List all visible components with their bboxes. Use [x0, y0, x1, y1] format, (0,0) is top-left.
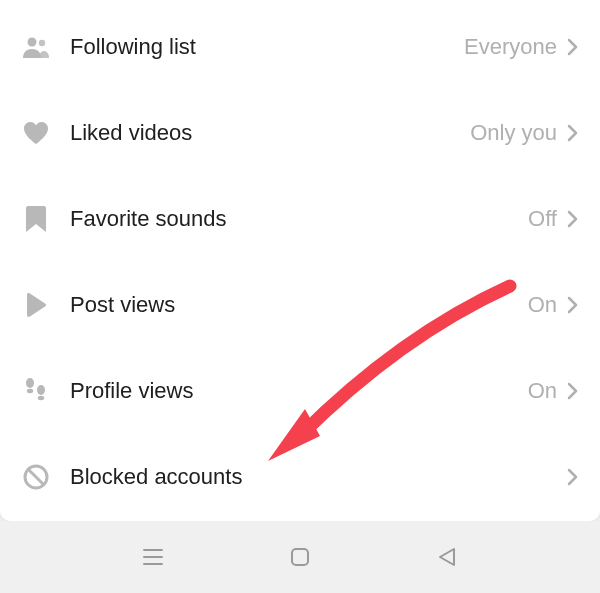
- settings-value: On: [528, 292, 557, 318]
- settings-label: Following list: [70, 34, 464, 60]
- svg-point-3: [27, 389, 33, 393]
- nav-home-button[interactable]: [280, 537, 320, 577]
- ban-icon: [22, 463, 50, 491]
- settings-row-post-views[interactable]: Post views On: [0, 262, 600, 348]
- chevron-right-icon: [567, 124, 578, 142]
- settings-value: On: [528, 378, 557, 404]
- chevron-right-icon: [567, 382, 578, 400]
- svg-rect-11: [292, 549, 308, 565]
- settings-label: Liked videos: [70, 120, 470, 146]
- settings-row-blocked-accounts[interactable]: Blocked accounts: [0, 434, 600, 520]
- system-nav-bar: [0, 521, 600, 593]
- settings-label: Post views: [70, 292, 528, 318]
- play-icon: [22, 291, 50, 319]
- settings-row-liked-videos[interactable]: Liked videos Only you: [0, 90, 600, 176]
- svg-point-1: [39, 40, 45, 46]
- svg-point-5: [38, 396, 44, 400]
- settings-label: Profile views: [70, 378, 528, 404]
- settings-label: Favorite sounds: [70, 206, 528, 232]
- svg-marker-12: [440, 549, 454, 565]
- nav-recent-button[interactable]: [133, 537, 173, 577]
- svg-line-7: [28, 469, 44, 485]
- svg-point-4: [37, 385, 45, 395]
- settings-row-favorite-sounds[interactable]: Favorite sounds Off: [0, 176, 600, 262]
- settings-row-following-list[interactable]: Following list Everyone: [0, 4, 600, 90]
- nav-back-button[interactable]: [427, 537, 467, 577]
- settings-label: Blocked accounts: [70, 464, 557, 490]
- settings-panel: Following list Everyone Liked videos Onl…: [0, 0, 600, 521]
- bookmark-icon: [22, 205, 50, 233]
- settings-row-profile-views[interactable]: Profile views On: [0, 348, 600, 434]
- svg-point-2: [26, 378, 34, 388]
- settings-value: Off: [528, 206, 557, 232]
- chevron-right-icon: [567, 210, 578, 228]
- settings-value: Only you: [470, 120, 557, 146]
- footsteps-icon: [22, 377, 50, 405]
- chevron-right-icon: [567, 296, 578, 314]
- settings-value: Everyone: [464, 34, 557, 60]
- heart-icon: [22, 119, 50, 147]
- chevron-right-icon: [567, 38, 578, 56]
- group-icon: [22, 33, 50, 61]
- chevron-right-icon: [567, 468, 578, 486]
- svg-point-0: [28, 38, 37, 47]
